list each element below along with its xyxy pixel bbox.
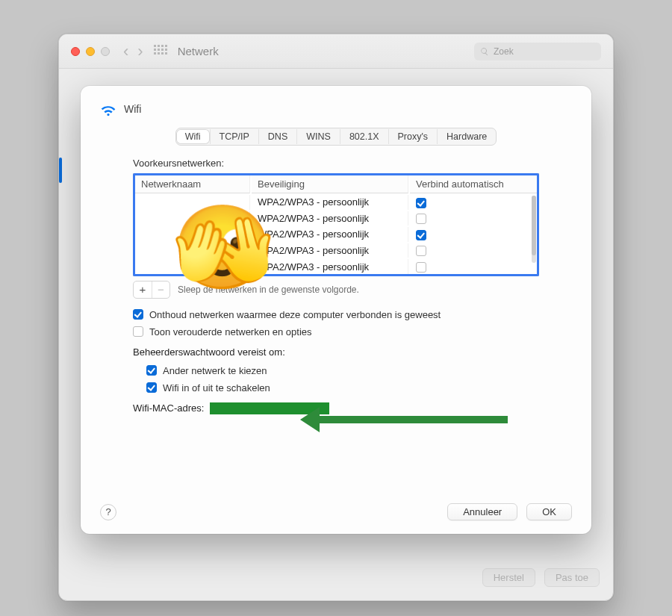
remember-networks-label: Onthoud netwerken waarmee deze computer … <box>149 309 441 320</box>
network-security-cell: WPA2/WPA3 - persoonlijk <box>252 211 408 226</box>
network-name-cell <box>135 211 250 226</box>
table-controls-row: + − Sleep de netwerken in de gewenste vo… <box>133 281 539 299</box>
mac-address-redacted <box>210 402 329 414</box>
network-name-cell: HF <box>135 259 250 274</box>
options-list: Onthoud netwerken waarmee deze computer … <box>133 309 539 393</box>
table-scrollbar-thumb[interactable] <box>532 196 536 255</box>
network-security-cell: WPA2/WPA3 - persoonlijk <box>252 243 408 258</box>
parent-window-actions: Herstel Pas toe <box>482 568 600 587</box>
search-icon <box>480 47 489 56</box>
choose-other-row: Ander netwerk te kiezen <box>146 365 539 376</box>
show-legacy-label: Toon verouderde netwerken en opties <box>149 326 312 337</box>
window-controls <box>71 47 110 56</box>
network-row[interactable]: WPA2/WPA3 - persoonlijk <box>135 243 537 258</box>
tab-tcp-ip[interactable]: TCP/IP <box>210 129 258 144</box>
auto-connect-checkbox[interactable] <box>416 198 426 208</box>
tab-proxy-s[interactable]: Proxy's <box>388 129 438 144</box>
col-security[interactable]: Beveiliging <box>252 175 408 193</box>
zoom-window-button[interactable] <box>101 47 110 56</box>
titlebar: ‹ › Netwerk Zoek <box>59 34 613 69</box>
preferred-networks-label: Voorkeursnetwerken: <box>133 158 539 169</box>
network-security-cell: WPA2/WPA3 - persoonlijk <box>252 227 408 242</box>
tab-802-1x[interactable]: 802.1X <box>340 129 388 144</box>
admin-password-label: Beheerderswachtwoord vereist om: <box>133 346 539 358</box>
sheet-header: Wifi <box>100 101 572 117</box>
cancel-button[interactable]: Annuleer <box>447 503 517 520</box>
tab-wifi[interactable]: Wifi <box>176 129 210 144</box>
toggle-wifi-label: Wifi in of uit te schakelen <box>163 382 270 393</box>
search-placeholder: Zoek <box>494 46 514 57</box>
help-button[interactable]: ? <box>100 504 116 520</box>
col-auto-connect[interactable]: Verbind automatisch <box>410 175 537 193</box>
network-auto-cell <box>410 195 537 210</box>
network-name-cell <box>135 227 250 242</box>
tab-dns[interactable]: DNS <box>258 129 296 144</box>
search-field[interactable]: Zoek <box>474 43 601 60</box>
show-legacy-row: Toon verouderde netwerken en opties <box>133 326 539 337</box>
toggle-wifi-checkbox[interactable] <box>146 382 157 393</box>
network-row[interactable]: WPA2/WPA3 - persoonlijk <box>135 227 537 242</box>
choose-other-label: Ander netwerk te kiezen <box>163 365 267 376</box>
preferred-networks-section: Voorkeursnetwerken: Netwerknaam Beveilig… <box>100 158 572 414</box>
forward-button[interactable]: › <box>137 43 143 60</box>
network-security-cell: WPA2/WPA3 - persoonlijk <box>252 195 408 210</box>
network-auto-cell <box>410 259 537 274</box>
back-button[interactable]: ‹ <box>123 43 128 60</box>
tab-wins[interactable]: WINS <box>296 129 340 144</box>
reset-button[interactable]: Herstel <box>482 568 535 587</box>
network-row[interactable]: HFWPA2/WPA3 - persoonlijk <box>135 259 537 274</box>
minimize-window-button[interactable] <box>86 47 95 56</box>
show-legacy-checkbox[interactable] <box>133 326 143 337</box>
show-all-icon[interactable] <box>154 45 167 58</box>
network-row[interactable]: WPA2/WPA3 - persoonlijk <box>135 211 537 226</box>
tab-hardware[interactable]: Hardware <box>437 129 496 144</box>
remember-networks-checkbox[interactable] <box>133 309 143 320</box>
sheet-footer: ? Annuleer OK <box>100 503 572 520</box>
network-auto-cell <box>410 211 537 226</box>
add-remove-buttons: + − <box>133 281 170 299</box>
network-security-cell: WPA2/WPA3 - persoonlijk <box>252 259 408 274</box>
mac-address-label: Wifi-MAC-adres: <box>133 402 204 414</box>
auto-connect-checkbox[interactable] <box>416 230 426 240</box>
mac-address-row: Wifi-MAC-adres: <box>133 402 539 414</box>
nav-arrows: ‹ › <box>123 43 143 60</box>
sidebar-selection-highlight <box>59 158 62 183</box>
auto-connect-checkbox[interactable] <box>416 262 426 273</box>
wifi-advanced-sheet: Wifi WifiTCP/IPDNSWINS802.1XProxy'sHardw… <box>81 86 591 534</box>
remember-networks-row: Onthoud netwerken waarmee deze computer … <box>133 309 539 320</box>
add-network-button[interactable]: + <box>134 281 152 298</box>
ok-button[interactable]: OK <box>526 503 572 520</box>
network-auto-cell <box>410 227 537 242</box>
close-window-button[interactable] <box>71 47 80 56</box>
drag-hint: Sleep de netwerken in de gewenste volgor… <box>178 284 359 295</box>
window-title: Netwerk <box>178 45 219 57</box>
auto-connect-checkbox[interactable] <box>416 246 426 256</box>
network-name-cell <box>135 243 250 258</box>
sheet-title: Wifi <box>124 103 141 115</box>
network-name-cell <box>135 195 250 210</box>
choose-other-checkbox[interactable] <box>146 365 157 376</box>
network-auto-cell <box>410 243 537 258</box>
toggle-wifi-row: Wifi in of uit te schakelen <box>146 382 539 393</box>
wifi-icon <box>100 101 116 117</box>
auto-connect-checkbox[interactable] <box>416 214 426 224</box>
preferred-networks-table: Netwerknaam Beveiliging Verbind automati… <box>133 173 539 276</box>
tab-bar: WifiTCP/IPDNSWINS802.1XProxy'sHardware <box>100 128 572 146</box>
remove-network-button[interactable]: − <box>152 281 169 298</box>
network-row[interactable]: WPA2/WPA3 - persoonlijk <box>135 195 537 210</box>
col-network-name[interactable]: Netwerknaam <box>135 175 250 193</box>
apply-button[interactable]: Pas toe <box>544 568 600 587</box>
